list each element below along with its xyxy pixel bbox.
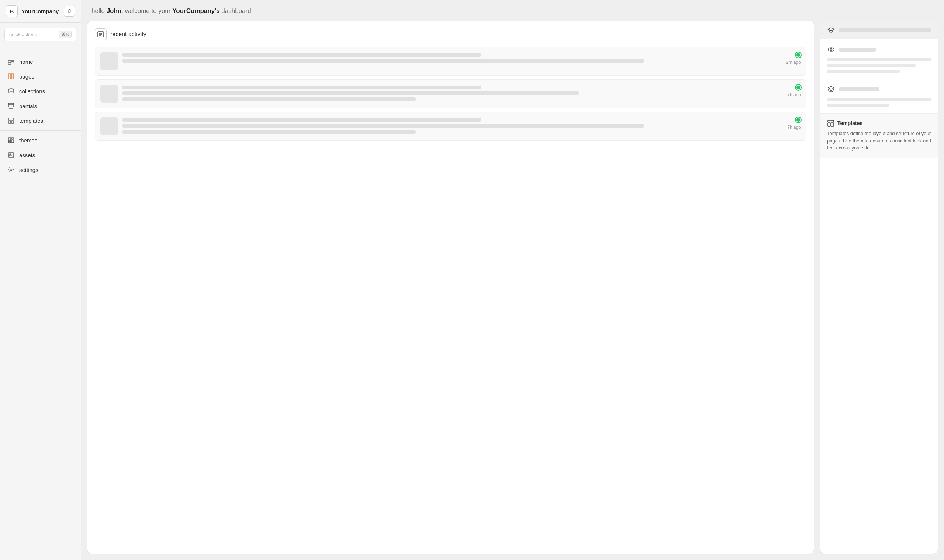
section-title-skeleton [839,28,931,32]
activity-thumbnail [100,52,118,70]
right-section-layers [820,79,938,113]
recent-activity-header: recent activity [95,28,806,40]
sidebar-item-assets[interactable]: assets [0,148,81,162]
svg-rect-4 [8,74,11,79]
skeleton-line [827,64,916,67]
svg-rect-12 [8,118,14,120]
sidebar-toggle-button[interactable] [64,6,75,17]
svg-rect-13 [8,121,11,123]
sidebar-header: B YourCompany [0,0,81,23]
chevron-updown-icon [67,8,72,14]
sidebar-item-home[interactable]: home [0,54,81,69]
recent-activity-title: recent activity [110,31,146,38]
dashboard-greeting: hello John, welcome to your YourCompany'… [81,0,944,21]
sidebar-nav: home pages collections [0,51,81,180]
status-dot [796,117,801,123]
assets-icon [8,151,15,158]
greeting-suffix: dashboard [220,8,251,14]
svg-rect-31 [831,123,834,126]
quick-actions-shortcut: ⌘ K [58,31,72,38]
sidebar-item-partials-label: partials [19,103,37,109]
skeleton-line [123,118,481,122]
brand: B YourCompany [6,5,58,17]
templates-info-title: Templates [837,120,863,126]
quick-actions-bar[interactable]: quick actions ⌘ K [5,28,76,41]
sidebar-item-pages-label: pages [19,74,34,80]
sidebar-divider-1 [0,49,81,49]
skeleton-line [123,91,579,95]
activity-thumbnail [100,85,118,103]
collections-icon [8,88,15,95]
recent-activity-icon [95,28,107,40]
pages-icon [8,73,15,80]
svg-rect-3 [8,63,11,64]
activity-meta: 2m ago [779,52,801,65]
svg-rect-30 [828,123,830,126]
sidebar-item-partials[interactable]: partials [0,98,81,113]
svg-point-21 [10,169,12,171]
activity-time: 7h ago [787,125,801,130]
eye-icon [827,45,835,54]
right-section-header [827,85,931,93]
svg-point-28 [830,49,832,51]
svg-rect-2 [11,62,14,63]
skeleton-line [123,124,644,128]
skeleton-line [123,86,481,89]
templates-info-section: Templates Templates define the layout an… [820,113,938,157]
svg-point-6 [9,89,13,90]
svg-rect-14 [11,121,14,123]
sidebar-divider-2 [0,130,81,131]
greeting-prefix: hello [91,8,107,14]
skeleton-line [123,130,416,134]
activity-list-icon [97,31,105,38]
sidebar-item-themes-label: themes [19,137,37,143]
partials-icon [8,102,15,109]
skeleton-line [123,53,481,57]
settings-icon [8,166,15,173]
right-content-lines [827,58,931,73]
svg-rect-5 [11,74,14,79]
sidebar-item-home-label: home [19,58,33,65]
greeting-company: YourCompany's [172,8,220,14]
skeleton-line [827,70,900,73]
activity-content-lines [123,52,774,63]
sidebar-item-pages[interactable]: pages [0,69,81,84]
right-section-view [820,40,938,79]
templates-info-header: Templates [827,120,931,127]
main-content-area: hello John, welcome to your YourCompany'… [81,0,944,560]
home-icon [8,58,15,65]
svg-rect-15 [8,138,11,140]
svg-rect-16 [11,138,14,139]
skeleton-line [827,104,889,107]
layers-icon [827,85,835,93]
svg-rect-29 [828,120,834,122]
skeleton-line [123,97,416,101]
sidebar: B YourCompany quick actions ⌘ K home [0,0,81,560]
sidebar-item-templates-label: templates [19,118,43,124]
activity-item: 2m ago [95,47,806,75]
right-info-panel: Templates Templates define the layout an… [820,21,938,554]
activity-thumbnail [100,117,118,135]
activity-item: 7h ago [95,79,806,108]
dashboard-panels: recent activity 2m ago [81,21,944,560]
sidebar-item-themes[interactable]: themes [0,133,81,148]
sidebar-item-settings[interactable]: settings [0,162,81,177]
right-content-lines [827,98,931,107]
status-dot [796,52,801,58]
activity-item: 7h ago [95,112,806,140]
activity-time: 2m ago [786,60,801,65]
right-section-highlight [820,21,938,40]
sidebar-item-collections[interactable]: collections [0,84,81,98]
svg-rect-1 [11,60,14,61]
skeleton-line [123,59,644,63]
recent-activity-panel: recent activity 2m ago [87,21,814,554]
sidebar-item-collections-label: collections [19,88,45,94]
status-dot [796,85,801,90]
svg-point-20 [9,154,11,155]
quick-actions-label: quick actions [9,32,37,37]
sidebar-item-templates[interactable]: templates [0,113,81,128]
templates-grid-icon [827,120,835,127]
themes-icon [8,137,15,144]
brand-initial: B [6,5,18,17]
skeleton-line [827,98,931,101]
